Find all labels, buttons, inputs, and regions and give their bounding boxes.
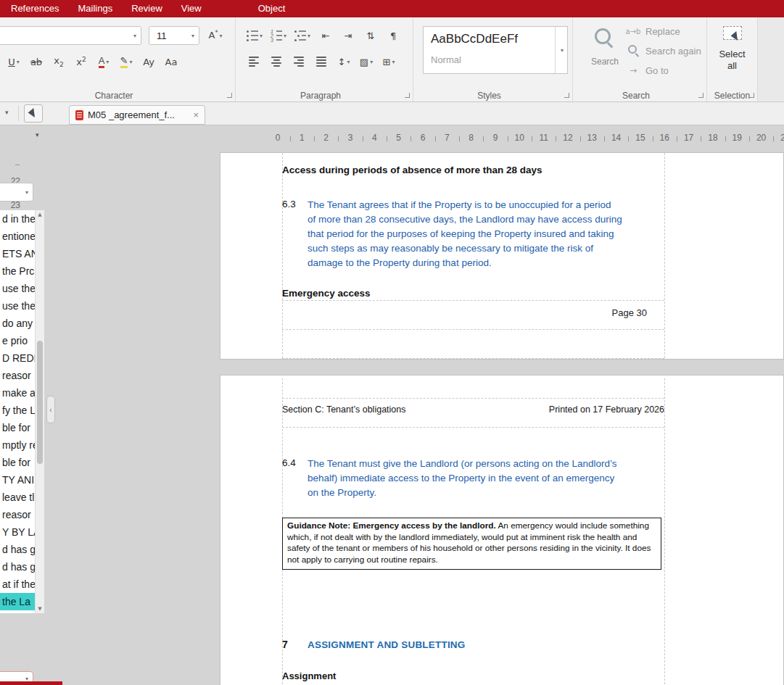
left-pane-dropdown-top[interactable]: ▾ xyxy=(0,183,33,202)
table-gridline xyxy=(282,300,664,301)
search-button[interactable]: Search xyxy=(589,28,621,67)
sidebar-text-line: TY ANI xyxy=(0,471,35,489)
dialog-launcher-icon[interactable] xyxy=(405,93,410,98)
dialog-launcher-icon[interactable] xyxy=(749,93,754,98)
go-to-button[interactable]: →Go to xyxy=(625,62,701,78)
go-to-label: Go to xyxy=(645,65,669,76)
style-preview: AaBbCcDdEeFf xyxy=(431,32,518,46)
borders-button[interactable]: ⊞▾ xyxy=(379,53,398,70)
font-color-button[interactable]: A▾ xyxy=(94,53,113,70)
guidance-note-title: Guidance Note: Emergency access by the l… xyxy=(287,520,496,531)
scrollbar-thumb[interactable] xyxy=(37,341,43,464)
scroll-up-icon[interactable]: ▲ xyxy=(36,212,44,217)
h-ruler-number: 16 xyxy=(658,133,671,143)
document-tab-bar: ▾ M05 _agreement_f... × xyxy=(0,102,784,125)
style-gallery[interactable]: AaBbCcDdEeFf Normal ▾ xyxy=(423,26,568,74)
strikethrough-button[interactable]: ab xyxy=(27,53,46,70)
sidebar-text-line: Y BY LA xyxy=(0,523,35,541)
justify-button[interactable] xyxy=(312,53,331,70)
menu-tab-object[interactable]: Object xyxy=(249,0,295,17)
menu-tabs: ReferencesMailingsReviewViewObject xyxy=(0,0,294,17)
ribbon-group-paragraph: ▾ ▾ ▾ ⇤ ⇥ ⇅ ¶ ↕▾ ▨▾ ⊞▾ Paragraph xyxy=(236,17,413,101)
h-ruler-tick xyxy=(725,136,726,141)
chevron-down-icon[interactable]: ▾ xyxy=(5,109,9,116)
table-gridline xyxy=(282,398,664,399)
chevron-down-icon: ▾ xyxy=(284,33,286,39)
sidebar-text-line: the Prc xyxy=(0,262,35,280)
menu-tab-review[interactable]: Review xyxy=(122,0,172,17)
close-icon[interactable]: × xyxy=(193,109,199,120)
h-ruler-number: 21 xyxy=(779,133,784,143)
document-page-1[interactable]: Access during periods of absence of more… xyxy=(220,152,784,360)
sidebar-text-line: fy the L xyxy=(0,402,35,419)
chevron-down-icon: ▾ xyxy=(133,33,136,39)
increase-indent-button[interactable]: ⇥ xyxy=(339,27,358,44)
highlight-button[interactable]: ✎▾ xyxy=(117,53,136,70)
subscript-button[interactable]: x2 xyxy=(49,53,68,70)
underline-button[interactable]: U▾ xyxy=(4,53,23,70)
table-gridline xyxy=(282,358,664,359)
document-tab[interactable]: M05 _agreement_f... × xyxy=(69,105,205,125)
sort-button[interactable]: ⇅ xyxy=(361,27,380,44)
sidebar-text-line: use the xyxy=(0,297,35,315)
superscript-button[interactable]: x2 xyxy=(72,53,91,70)
sidebar-text-line: do any xyxy=(0,315,35,332)
group-label-character: Character xyxy=(0,91,228,101)
sidebar-text-line: ble for xyxy=(0,454,35,471)
h-ruler-number: 18 xyxy=(706,133,719,143)
document-page-2[interactable]: Section C: Tenant’s obligations Printed … xyxy=(220,375,784,685)
h-ruler-tick xyxy=(387,136,387,141)
line-spacing-button[interactable]: ↕▾ xyxy=(334,53,353,70)
menu-tab-view[interactable]: View xyxy=(172,0,211,17)
sidebar-text-line: leave tl xyxy=(0,489,35,506)
go-to-icon: → xyxy=(625,65,641,75)
menu-tab-references[interactable]: References xyxy=(1,0,68,17)
h-ruler-tick xyxy=(773,136,774,141)
decrease-indent-button[interactable]: ⇤ xyxy=(316,27,335,44)
font-effects-button[interactable]: A*▾ xyxy=(206,27,225,44)
h-ruler-number: 1 xyxy=(295,133,308,143)
h-ruler-number: 10 xyxy=(513,133,526,143)
chevron-down-icon: ▾ xyxy=(191,33,194,39)
kerning-button[interactable]: Ay xyxy=(139,53,158,70)
numbered-list-button[interactable]: ▾ xyxy=(268,27,289,44)
page-header-left: Section C: Tenant’s obligations xyxy=(282,404,405,415)
select-all-button[interactable]: Select all xyxy=(707,26,757,72)
bullet-list-button[interactable]: ▾ xyxy=(244,27,265,44)
h-ruler-number: 3 xyxy=(344,133,357,143)
chevron-down-icon: ▾ xyxy=(347,59,350,65)
h-ruler-number: 17 xyxy=(682,133,696,143)
pointer-tool-button[interactable] xyxy=(24,104,43,123)
multilevel-list-button[interactable]: ▾ xyxy=(292,27,313,44)
chevron-down-icon: ▾ xyxy=(219,33,222,39)
font-size-combobox[interactable]: 11 ▾ xyxy=(149,26,199,45)
align-left-button[interactable] xyxy=(244,53,263,70)
menu-tab-mailings[interactable]: Mailings xyxy=(68,0,122,17)
section-number: 7 xyxy=(282,639,288,650)
formatting-marks-button[interactable]: ¶ xyxy=(384,27,403,44)
pane-splitter-handle[interactable]: ‹ xyxy=(46,396,55,423)
shading-button[interactable]: ▨▾ xyxy=(357,53,376,70)
dialog-launcher-icon[interactable] xyxy=(564,93,569,98)
left-pane-scrollbar[interactable]: ▲ ▼ xyxy=(35,210,44,613)
align-center-button[interactable] xyxy=(267,53,286,70)
search-again-button[interactable]: Search again xyxy=(625,43,701,59)
replace-button[interactable]: a→bReplace xyxy=(625,23,701,39)
doc-subheading: Assignment xyxy=(282,671,336,681)
clause-number: 6.3 xyxy=(282,199,296,209)
align-right-button[interactable] xyxy=(289,53,308,70)
chevron-down-icon[interactable]: ▾ xyxy=(36,131,39,138)
v-ruler-tick xyxy=(15,165,20,165)
dialog-launcher-icon[interactable] xyxy=(227,93,232,98)
dialog-launcher-icon[interactable] xyxy=(698,93,703,98)
ribbon-group-selection: Select all Selection xyxy=(707,17,758,101)
chevron-down-icon: ▾ xyxy=(17,59,20,65)
change-case-button[interactable]: Aa xyxy=(162,53,181,70)
font-name-combobox[interactable]: ▾ xyxy=(0,26,141,45)
scroll-down-icon[interactable]: ▼ xyxy=(36,606,44,612)
sidebar-text-line: d in the xyxy=(0,210,35,228)
left-pane-document-preview[interactable]: d in theentioneETS ANthe Prcuse theuse t… xyxy=(0,210,35,613)
h-ruler-number: 0 xyxy=(271,133,284,143)
separator xyxy=(18,106,19,121)
chevron-down-icon: ▾ xyxy=(308,33,310,39)
